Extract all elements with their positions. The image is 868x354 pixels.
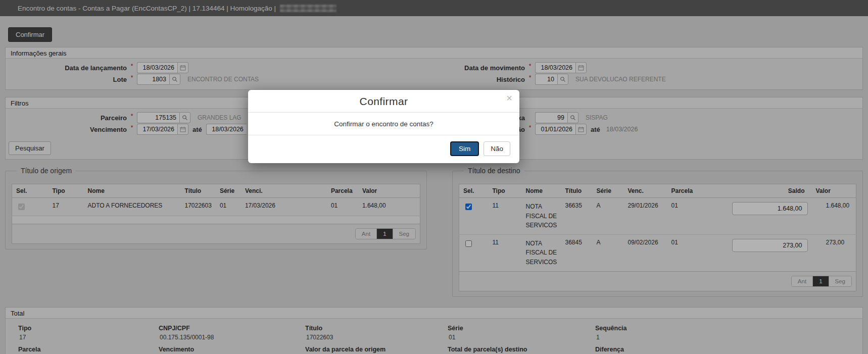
modal-backdrop	[0, 0, 868, 354]
modal-message: Confirmar o encontro de contas?	[248, 113, 519, 135]
confirm-dialog: Confirmar × Confirmar o encontro de cont…	[248, 90, 519, 163]
no-button[interactable]: Não	[484, 141, 510, 156]
yes-button[interactable]: Sim	[450, 141, 479, 156]
close-icon[interactable]: ×	[506, 92, 512, 104]
modal-title: Confirmar	[360, 95, 408, 107]
